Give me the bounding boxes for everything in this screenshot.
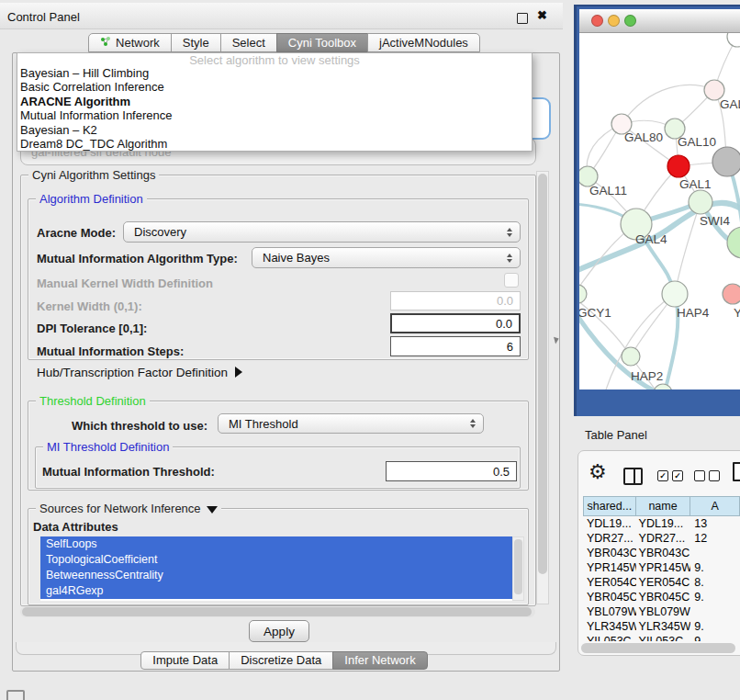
tab-discretize-data[interactable]: Discretize Data xyxy=(229,651,333,670)
float-icon[interactable] xyxy=(517,13,528,24)
network-node[interactable] xyxy=(727,227,740,258)
table-cell: YBR043C xyxy=(636,546,691,560)
table-cell xyxy=(690,546,740,560)
tab-infer-network[interactable]: Infer Network xyxy=(332,651,427,670)
table-cell: YDL19... xyxy=(636,516,691,531)
attribute-item-selfloops[interactable]: SelfLoops xyxy=(40,536,512,552)
table-row[interactable]: YLR345WYLR345W9. xyxy=(584,619,740,634)
which-threshold-combo[interactable]: MI Threshold xyxy=(218,413,484,434)
table-row[interactable]: YER054CYER054C8. xyxy=(584,575,740,590)
data-attributes-label: Data Attributes xyxy=(33,520,118,534)
zoom-traffic-light-icon[interactable] xyxy=(624,15,636,27)
table-row[interactable]: YPR145WYPR145W9. xyxy=(584,560,740,575)
table-row[interactable]: YBR045CYBR045C9. xyxy=(584,590,740,604)
table-row[interactable]: YDL19...YDL19...13 xyxy=(584,516,740,531)
table-cell: YER054C xyxy=(584,575,636,590)
attribute-item-topologicalcoefficient[interactable]: TopologicalCoefficient xyxy=(40,552,512,568)
network-window-titlebar[interactable] xyxy=(579,9,740,33)
algorithm-option-bayesian-hill-climbing[interactable]: Bayesian – Hill Climbing xyxy=(17,66,532,80)
spinner-arrows-icon xyxy=(470,419,476,428)
table-panel-title: Table Panel xyxy=(585,428,647,442)
attributes-scrollbar-thumb[interactable] xyxy=(514,539,522,594)
mi-threshold-field[interactable]: 0.5 xyxy=(386,461,517,481)
dpi-tolerance-field[interactable]: 0.0 xyxy=(390,313,521,333)
network-node[interactable] xyxy=(622,347,640,366)
column-header-name[interactable]: name xyxy=(635,496,691,516)
attribute-item-gal4rgexp[interactable]: gal4RGexp xyxy=(40,583,512,599)
tab-impute-data[interactable]: Impute Data xyxy=(140,651,230,670)
network-node[interactable] xyxy=(579,285,587,303)
network-canvas[interactable]: GALGAL80GAL10GAL1GAL11SWI4GAL4GCY1HAP4YH… xyxy=(579,33,740,390)
apply-button[interactable]: Apply xyxy=(249,620,309,642)
gear-icon[interactable]: ⚙ xyxy=(589,462,607,482)
table-cell: 9. xyxy=(690,619,740,634)
table-row[interactable]: YDR27...YDR27...12 xyxy=(584,531,740,546)
network-node[interactable] xyxy=(727,33,740,47)
mi-type-combo[interactable]: Naive Bayes xyxy=(252,247,521,268)
screen: Control Panel ✖ NetworkStyleSelectCyni T… xyxy=(0,0,740,700)
network-node[interactable] xyxy=(712,147,740,176)
minimize-traffic-light-icon[interactable] xyxy=(608,15,620,27)
settings-vertical-scrollbar-thumb[interactable] xyxy=(538,174,547,574)
hub-definition-toggle[interactable]: Hub/Transcription Factor Definition xyxy=(37,366,242,379)
node-label-gcy1: GCY1 xyxy=(579,306,611,320)
close-traffic-light-icon[interactable] xyxy=(591,15,603,27)
select-unchecked-icon[interactable] xyxy=(694,470,720,481)
mi-steps-field[interactable]: 6 xyxy=(390,336,521,356)
table-row[interactable]: YBL079WYBL079W xyxy=(584,604,740,619)
settings-horizontal-scrollbar-thumb[interactable] xyxy=(22,607,532,616)
tab-network[interactable]: Network xyxy=(88,33,172,52)
select-checked-icon[interactable]: ✓ ✓ xyxy=(657,470,683,481)
network-node[interactable] xyxy=(723,284,740,304)
table-cell: 12 xyxy=(690,531,740,546)
attribute-item-betweennesscentrality[interactable]: BetweennessCentrality xyxy=(40,568,512,583)
algorithm-option-dream8-dc-tdc-algorithm[interactable]: Dream8 DC_TDC Algorithm xyxy=(17,137,532,151)
network-node[interactable] xyxy=(667,155,690,177)
algorithm-option-bayesian-k2[interactable]: Bayesian – K2 xyxy=(17,123,532,137)
sources-group-title[interactable]: Sources for Network Inference xyxy=(36,502,221,515)
table-row[interactable]: YIL053CYIL053C9 xyxy=(584,634,740,641)
table-cell: 13 xyxy=(690,516,740,531)
table-cell: YBL079W xyxy=(584,604,636,619)
tab-select[interactable]: Select xyxy=(220,33,277,52)
algorithm-option-mutual-information-inference[interactable]: Mutual Information Inference xyxy=(17,108,532,122)
node-label-gal10: GAL10 xyxy=(678,135,716,149)
network-edge[interactable] xyxy=(663,294,678,390)
close-icon[interactable]: ✖ xyxy=(537,8,547,22)
algorithm-option-aracne-algorithm[interactable]: ARACNE Algorithm xyxy=(17,95,532,108)
table-cell: YBR043C xyxy=(584,546,636,560)
spinner-arrows-icon xyxy=(507,254,512,263)
dpi-tolerance-label: DPI Tolerance [0,1]: xyxy=(37,322,147,335)
tab-cyni-toolbox[interactable]: Cyni Toolbox xyxy=(276,33,368,52)
table-cell: 8. xyxy=(690,575,740,590)
column-header-shared[interactable]: shared... xyxy=(583,496,636,516)
control-panel-titlebar: Control Panel ✖ xyxy=(0,3,563,29)
manual-kernel-checkbox[interactable] xyxy=(504,273,519,288)
file-icon[interactable] xyxy=(733,462,740,481)
network-node[interactable] xyxy=(689,190,712,214)
table-horizontal-scrollbar-thumb[interactable] xyxy=(581,643,735,653)
node-label-hap2: HAP2 xyxy=(631,369,663,383)
algorithm-definition-title: Algorithm Definition xyxy=(36,192,147,206)
algorithm-option-basic-correlation-inference[interactable]: Basic Correlation Inference xyxy=(17,80,532,94)
node-label-gal11: GAL11 xyxy=(589,184,627,198)
tab-style[interactable]: Style xyxy=(171,33,221,52)
network-node[interactable] xyxy=(662,281,688,307)
control-panel-title: Control Panel xyxy=(7,10,80,24)
which-threshold-label: Which threshold to use: xyxy=(72,419,207,433)
table-cell: 9 xyxy=(690,634,740,641)
column-header-a[interactable]: A xyxy=(690,496,740,516)
network-node[interactable] xyxy=(654,384,672,390)
table-row[interactable]: YBR043CYBR043C xyxy=(584,546,740,560)
node-label-gal1: GAL1 xyxy=(679,177,712,191)
aracne-mode-label: Aracne Mode: xyxy=(37,226,116,240)
network-graph: GALGAL80GAL10GAL1GAL11SWI4GAL4GCY1HAP4YH… xyxy=(579,33,740,390)
kernel-width-field[interactable]: 0.0 xyxy=(390,291,521,310)
columns-icon[interactable] xyxy=(623,468,643,485)
columns-divider xyxy=(633,469,635,483)
dock-icon[interactable] xyxy=(6,690,25,700)
table-cell: YDL19... xyxy=(584,516,636,531)
tab-jactivemnodules[interactable]: jActiveMNodules xyxy=(367,33,480,52)
mi-type-label: Mutual Information Algorithm Type: xyxy=(37,252,238,265)
aracne-mode-combo[interactable]: Discovery xyxy=(123,221,521,243)
